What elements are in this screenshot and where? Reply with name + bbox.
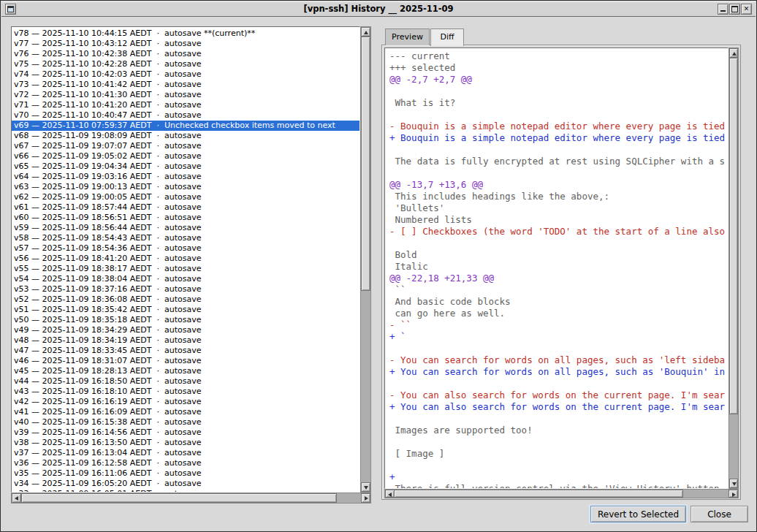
diff-line: - Bouquin is a simple notepad editor whe… [389, 121, 728, 132]
arrow-up-icon [364, 31, 368, 34]
version-list-horizontal-scrollbar[interactable] [11, 493, 371, 503]
arrow-right-icon [732, 493, 736, 497]
version-list-item[interactable]: v41 — 2025-11-09 16:16:09 AEDT · autosav… [14, 407, 360, 417]
diff-line: +++ selected [389, 62, 728, 74]
diff-line [389, 144, 728, 156]
version-list-item[interactable]: v61 — 2025-11-09 18:57:44 AEDT · autosav… [14, 202, 360, 213]
version-list-item[interactable]: v44 — 2025-11-09 16:18:50 AEDT · autosav… [14, 376, 360, 387]
scrollbar-thumb[interactable] [729, 58, 738, 414]
version-list-item[interactable]: v39 — 2025-11-09 16:14:56 AEDT · autosav… [14, 428, 360, 438]
version-list-item[interactable]: v67 — 2025-11-09 19:07:07 AEDT · autosav… [14, 141, 360, 151]
version-list[interactable]: v78 — 2025-11-10 10:44:15 AEDT · autosav… [11, 26, 360, 493]
version-list-item[interactable]: v76 — 2025-11-10 10:42:38 AEDT · autosav… [14, 49, 360, 59]
scrollbar-thumb[interactable] [361, 37, 370, 291]
version-list-item[interactable]: v53 — 2025-11-09 18:37:16 AEDT · autosav… [14, 284, 360, 294]
version-list-item[interactable]: v73 — 2025-11-10 10:41:42 AEDT · autosav… [14, 80, 360, 90]
diff-line [389, 167, 728, 179]
maximize-button[interactable] [729, 4, 740, 15]
close-window-button[interactable]: ✕ [741, 4, 752, 15]
diff-line: `` [389, 284, 728, 296]
version-list-item[interactable]: v43 — 2025-11-09 16:18:10 AEDT · autosav… [14, 387, 360, 397]
version-list-item[interactable]: v38 — 2025-11-09 16:13:50 AEDT · autosav… [14, 438, 360, 448]
diff-line [389, 378, 728, 390]
version-list-item[interactable]: v63 — 2025-11-09 19:00:13 AEDT · autosav… [14, 182, 360, 192]
diff-line: Images are supported too! [389, 425, 728, 436]
version-list-item[interactable]: v58 — 2025-11-09 18:54:43 AEDT · autosav… [14, 233, 360, 243]
version-list-item[interactable]: v54 — 2025-11-09 18:38:04 AEDT · autosav… [14, 274, 360, 284]
scroll-right-button[interactable] [361, 493, 370, 503]
arrow-down-icon [364, 486, 368, 490]
diff-line [389, 238, 728, 249]
version-list-item[interactable]: v37 — 2025-11-09 16:13:04 AEDT · autosav… [14, 448, 360, 458]
minimize-button[interactable] [718, 4, 729, 15]
version-list-item[interactable]: v77 — 2025-11-10 10:43:12 AEDT · autosav… [14, 39, 360, 49]
maximize-icon [731, 6, 738, 12]
diff-line: 'Bullets' [389, 202, 728, 214]
version-list-item[interactable]: v62 — 2025-11-09 19:00:05 AEDT · autosav… [14, 192, 360, 202]
scroll-left-button[interactable] [12, 493, 21, 503]
diff-view[interactable]: --- current+++ selected@@ -2,7 +2,7 @@ W… [384, 48, 729, 489]
diff-line: - You can also search for words on the c… [389, 390, 728, 401]
version-list-item[interactable]: v56 — 2025-11-09 18:41:20 AEDT · autosav… [14, 254, 360, 264]
version-list-item[interactable]: v78 — 2025-11-10 10:44:15 AEDT · autosav… [14, 28, 360, 39]
diff-line: --- current [389, 50, 728, 62]
version-list-item[interactable]: v75 — 2025-11-10 10:42:28 AEDT · autosav… [14, 59, 360, 69]
tab-preview[interactable]: Preview [385, 28, 430, 45]
version-list-item[interactable]: v60 — 2025-11-09 18:56:51 AEDT · autosav… [14, 213, 360, 223]
diff-line: @@ -2,7 +2,7 @@ [389, 74, 728, 86]
diff-line: And basic code blocks [389, 296, 728, 308]
version-list-item[interactable]: v47 — 2025-11-09 18:33:45 AEDT · autosav… [14, 346, 360, 356]
version-list-item[interactable]: v45 — 2025-11-09 18:28:13 AEDT · autosav… [14, 366, 360, 376]
diff-horizontal-scrollbar[interactable] [384, 489, 739, 498]
version-list-item[interactable]: v34 — 2025-11-09 16:05:20 AEDT · autosav… [14, 479, 360, 489]
arrow-right-icon [365, 496, 368, 501]
scrollbar-thumb[interactable] [394, 490, 683, 498]
version-list-item[interactable]: v49 — 2025-11-09 18:34:29 AEDT · autosav… [14, 325, 360, 335]
scroll-down-button[interactable] [729, 479, 738, 488]
version-list-item[interactable]: v46 — 2025-11-09 18:31:07 AEDT · autosav… [14, 356, 360, 366]
version-list-item[interactable]: v36 — 2025-11-09 16:12:58 AEDT · autosav… [14, 458, 360, 468]
window-menu-button[interactable] [5, 4, 16, 15]
diff-line: + Bouquin is a simple notepad editor whe… [389, 132, 728, 144]
diff-line: There is full version control via the 'V… [389, 483, 728, 489]
version-list-item[interactable]: v64 — 2025-11-09 19:03:16 AEDT · autosav… [14, 172, 360, 182]
version-list-vertical-scrollbar[interactable] [360, 26, 371, 493]
revert-to-selected-button[interactable]: Revert to Selected [590, 506, 686, 522]
version-list-item[interactable]: v72 — 2025-11-10 10:41:30 AEDT · autosav… [14, 90, 360, 100]
version-list-item[interactable]: v42 — 2025-11-09 16:16:19 AEDT · autosav… [14, 397, 360, 407]
scroll-down-button[interactable] [361, 482, 370, 492]
tab-diff[interactable]: Diff [430, 28, 464, 46]
scrollbar-thumb[interactable] [21, 493, 337, 503]
scroll-right-button[interactable] [729, 490, 738, 498]
version-list-item[interactable]: v74 — 2025-11-10 10:42:03 AEDT · autosav… [14, 69, 360, 80]
diff-line [389, 460, 728, 471]
diff-vertical-scrollbar[interactable] [729, 48, 739, 489]
titlebar[interactable]: [vpn-ssh] History __ 2025-11-09 ✕ [1, 1, 756, 17]
version-list-item[interactable]: v55 — 2025-11-09 18:38:17 AEDT · autosav… [14, 264, 360, 274]
version-list-item[interactable]: v68 — 2025-11-09 19:08:09 AEDT · autosav… [14, 131, 360, 141]
version-list-item[interactable]: v66 — 2025-11-09 19:05:02 AEDT · autosav… [14, 151, 360, 162]
version-list-item[interactable]: v57 — 2025-11-09 18:54:36 AEDT · autosav… [14, 243, 360, 254]
version-list-item[interactable]: v59 — 2025-11-09 18:56:44 AEDT · autosav… [14, 223, 360, 233]
version-list-item[interactable]: v35 — 2025-11-09 16:11:06 AEDT · autosav… [14, 468, 360, 479]
version-list-item[interactable]: v48 — 2025-11-09 18:34:19 AEDT · autosav… [14, 335, 360, 346]
diff-line: @@ -22,18 +21,33 @@ [389, 273, 728, 284]
close-icon: ✕ [742, 4, 751, 14]
version-list-item[interactable]: v71 — 2025-11-10 10:41:20 AEDT · autosav… [14, 100, 360, 110]
scroll-up-button[interactable] [361, 27, 370, 37]
window-title: [vpn-ssh] History __ 2025-11-09 [45, 1, 712, 17]
version-list-item[interactable]: v52 — 2025-11-09 18:36:08 AEDT · autosav… [14, 294, 360, 305]
version-list-item[interactable]: v70 — 2025-11-10 10:40:47 AEDT · autosav… [14, 110, 360, 121]
diff-line: Bold [389, 249, 728, 261]
version-list-item[interactable]: v40 — 2025-11-09 16:15:38 AEDT · autosav… [14, 417, 360, 428]
version-list-item[interactable]: v65 — 2025-11-09 19:04:34 AEDT · autosav… [14, 162, 360, 172]
close-button[interactable]: Close [691, 506, 748, 522]
diff-line: - You can search for words on all pages,… [389, 354, 728, 366]
version-list-item[interactable]: v50 — 2025-11-09 18:35:18 AEDT · autosav… [14, 315, 360, 325]
diff-line: @@ -13,7 +13,6 @@ [389, 179, 728, 191]
version-list-item[interactable]: v69 — 2025-11-10 07:59:37 AEDT · Uncheck… [12, 121, 360, 131]
diff-line: - [ ] Checkboxes (the word 'TODO' at the… [389, 226, 728, 238]
diff-line: This includes headings like the above,: [389, 191, 728, 202]
version-list-item[interactable]: v51 — 2025-11-09 18:35:42 AEDT · autosav… [14, 305, 360, 315]
scroll-up-button[interactable] [729, 48, 738, 58]
